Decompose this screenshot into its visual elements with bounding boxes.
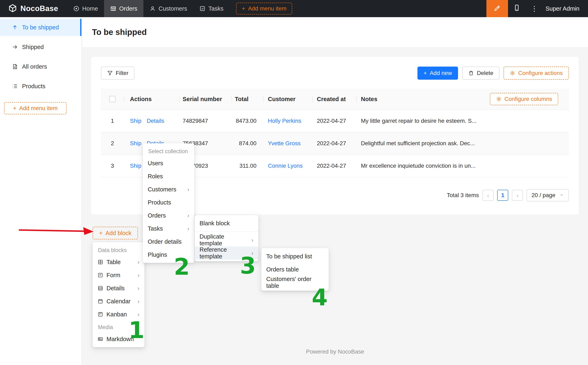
customer-link[interactable]: Yvette Gross: [268, 140, 301, 147]
nav-label: Orders: [119, 5, 137, 12]
page-header: To be shipped: [82, 17, 588, 47]
menu-item-details-block[interactable]: Details ›: [93, 282, 144, 295]
page-title: To be shipped: [92, 28, 147, 37]
header-add-menu-item-button[interactable]: + Add menu item: [236, 3, 292, 14]
arrow-right-icon: [12, 44, 18, 50]
user-icon: [149, 6, 156, 12]
menu-item-customers[interactable]: Customers ›: [143, 183, 194, 196]
mobile-layout-button[interactable]: [508, 0, 526, 17]
add-block-button[interactable]: + Add block: [93, 227, 138, 239]
plus-icon: +: [242, 5, 245, 12]
menu-item-form-block[interactable]: Form ›: [93, 269, 144, 282]
created-at-cell: 2022-04-27: [312, 140, 356, 147]
configure-columns-button[interactable]: Configure columns: [490, 93, 558, 105]
details-link[interactable]: Details: [147, 118, 164, 124]
details-block-icon: [98, 285, 103, 291]
pagination-page-1[interactable]: 1: [497, 190, 508, 201]
nocobase-logo[interactable]: NocoBase: [0, 0, 67, 17]
filter-button[interactable]: Filter: [101, 67, 135, 80]
menu-item-orders[interactable]: Orders ›: [143, 209, 194, 222]
notes-cell: Delightful met sufficient projection ask…: [356, 140, 569, 147]
sidebar-item-label: All orders: [22, 63, 47, 70]
menu-item-orders-table[interactable]: Orders table: [261, 263, 329, 276]
filter-icon: [107, 70, 113, 76]
menu-item-tasks[interactable]: Tasks ›: [143, 222, 194, 235]
nav-item-orders[interactable]: Orders: [104, 0, 143, 17]
sidebar-item-shipped[interactable]: Shipped: [0, 38, 81, 56]
page-size-select[interactable]: 20 / page: [527, 189, 569, 201]
sidebar-item-to-be-shipped[interactable]: To be shipped: [0, 19, 81, 36]
nav-item-customers[interactable]: Customers: [143, 0, 193, 17]
nav-label: Tasks: [208, 5, 223, 12]
row-index: 2: [101, 140, 124, 147]
row-index: 3: [101, 163, 124, 169]
serial-cell: 74829847: [179, 118, 232, 124]
column-header-created-at: Created at: [312, 89, 356, 110]
annotation-step-4: 4: [312, 286, 328, 309]
logo-text: NocoBase: [20, 4, 58, 13]
nav-item-home[interactable]: Home: [67, 0, 104, 17]
sidebar-item-label: Products: [22, 83, 45, 90]
ui-editor-button[interactable]: [487, 0, 508, 17]
user-menu[interactable]: Super Admin: [543, 0, 588, 17]
menu-item-calendar-block[interactable]: Calendar ›: [93, 295, 144, 308]
menu-item-duplicate-template[interactable]: Duplicate template ›: [195, 233, 258, 246]
ship-link[interactable]: Ship: [130, 163, 141, 169]
menu-item-blank-block[interactable]: Blank block: [195, 217, 258, 230]
annotation-step-2: 2: [174, 255, 190, 278]
annotation-step-1: 1: [128, 319, 144, 342]
chevron-right-icon: ›: [187, 212, 189, 218]
sidebar-item-all-orders[interactable]: All orders: [0, 58, 81, 75]
table-icon: [110, 6, 116, 12]
total-cell: 8473.00: [232, 118, 264, 124]
powered-by-footer: Powered by NocoBase: [82, 348, 588, 355]
chevron-right-icon: ›: [137, 272, 140, 278]
calendar-block-icon: [98, 298, 103, 304]
more-menu-button[interactable]: ⋮: [526, 0, 543, 17]
select-collection-menu: Select collection Users Roles Customers …: [143, 143, 194, 263]
customer-link[interactable]: Holly Perkins: [268, 118, 301, 124]
products-list-icon: [12, 83, 18, 89]
home-icon: [73, 6, 79, 12]
chevron-right-icon: ›: [187, 225, 189, 232]
toolbar-right: + Add new Delete Configure actions: [418, 67, 569, 80]
highlighter-icon: [493, 5, 501, 13]
created-at-cell: 2022-04-27: [312, 163, 356, 169]
menu-header-select-collection: Select collection: [143, 145, 194, 157]
tablet-icon: [513, 4, 520, 13]
ship-link[interactable]: Ship: [130, 140, 141, 147]
gear-icon: [510, 70, 515, 76]
nav-item-tasks[interactable]: Tasks: [193, 0, 230, 17]
menu-item-order-details[interactable]: Order details: [143, 235, 194, 248]
sidebar: To be shipped Shipped All orders Product…: [0, 17, 82, 365]
form-block-icon: [98, 272, 103, 278]
chevron-left-icon: ‹: [487, 192, 489, 198]
menu-item-products[interactable]: Products: [143, 196, 194, 209]
menu-item-users[interactable]: Users: [143, 157, 194, 170]
plus-icon: +: [424, 70, 427, 76]
select-all-checkbox[interactable]: [109, 96, 116, 102]
delete-button[interactable]: Delete: [462, 67, 500, 80]
pagination-next-button[interactable]: ›: [512, 190, 523, 201]
menu-item-roles[interactable]: Roles: [143, 170, 194, 183]
table-header-row: Actions Serial number Total Customer Cre…: [101, 89, 569, 110]
app-header: NocoBase Home Orders Customers: [0, 0, 588, 17]
configure-actions-button[interactable]: Configure actions: [504, 67, 569, 80]
app-root: NocoBase Home Orders Customers: [0, 0, 588, 365]
nav-label: Customers: [159, 5, 187, 12]
sidebar-add-menu-item-button[interactable]: + Add menu item: [4, 102, 67, 114]
menu-item-table-block[interactable]: Table ›: [93, 255, 144, 269]
pagination-prev-button[interactable]: ‹: [482, 190, 493, 201]
menu-item-to-be-shipped-list[interactable]: To be shipped list: [261, 250, 329, 263]
table-block-icon: [98, 259, 103, 265]
check-square-icon: [199, 6, 205, 12]
chevron-right-icon: ›: [137, 298, 140, 304]
sidebar-item-products[interactable]: Products: [0, 78, 81, 95]
table-toolbar: Filter + Add new Delete Configu: [101, 67, 569, 80]
created-at-cell: 2022-04-27: [312, 118, 356, 124]
add-new-button[interactable]: + Add new: [418, 67, 458, 80]
ship-link[interactable]: Ship: [130, 118, 141, 124]
sidebar-item-label: Shipped: [22, 44, 44, 50]
customer-link[interactable]: Connie Lyons: [268, 163, 303, 169]
total-cell: 874.00: [232, 140, 264, 147]
